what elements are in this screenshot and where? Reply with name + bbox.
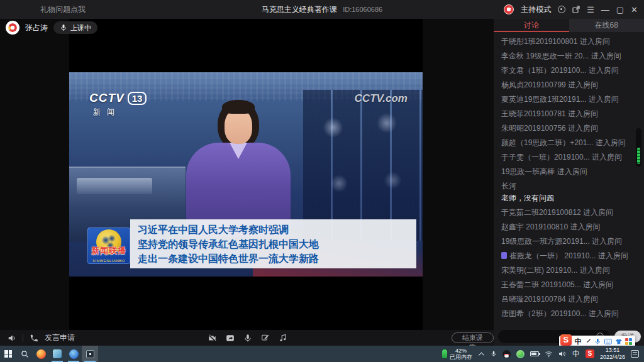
subtitle-line-1: 习近平在中国人民大学考察时强调 — [138, 223, 410, 236]
sogou-logo-icon[interactable]: S — [560, 334, 572, 346]
whiteboard-edit-icon[interactable] — [261, 334, 270, 343]
speaker-icon[interactable] — [8, 334, 16, 343]
camera-off-icon[interactable] — [208, 334, 217, 343]
wifi-icon[interactable] — [545, 351, 553, 358]
maximize-button[interactable]: ▢ — [616, 6, 624, 14]
cctv-com-watermark: CCTV.com — [355, 92, 408, 105]
taskbar-app-1[interactable] — [49, 346, 65, 362]
system-message: 19思政一班高棒 进入房间 — [501, 167, 636, 177]
tab-online-count[interactable]: 在线68 — [569, 19, 644, 32]
taskbar-app-2[interactable] — [65, 346, 82, 362]
tab-discussion[interactable]: 讨论 — [494, 19, 569, 32]
tray-speaker-icon[interactable] — [558, 350, 567, 358]
taskbar-clock[interactable]: 13:51 2022/4/26 — [600, 347, 625, 361]
channel-number: 13 — [128, 92, 147, 105]
system-message: 颜超（19思政二班）+201... 进入房间 — [501, 138, 636, 148]
course-title: 马克思主义经典著作课 — [262, 5, 337, 14]
ime-toolbox-icon[interactable] — [625, 338, 632, 345]
search-icon — [21, 350, 29, 358]
ime-lang-indicator[interactable]: 中 — [575, 337, 582, 346]
ime-pen-icon[interactable] — [585, 338, 592, 345]
system-message: 朱昭昭2019100756 进入房间 — [501, 124, 636, 133]
current-app-icon — [86, 350, 94, 358]
in-class-label: 上课中 — [70, 23, 91, 33]
xinwenlianbo-title: 新闻联播 — [87, 245, 130, 256]
minimize-button[interactable]: — — [601, 6, 609, 14]
ime-keyboard-icon[interactable] — [604, 338, 612, 345]
member-badge-icon — [501, 252, 507, 259]
system-message: 唐图希（2班）2019100... 进入房间 — [501, 309, 636, 319]
menu-icon[interactable]: ☰ — [587, 6, 594, 14]
taskbar-current-app[interactable] — [82, 346, 98, 362]
app-cube-icon — [53, 349, 62, 358]
system-message: 19级思政一班方源20191... 进入房间 — [501, 237, 636, 246]
firefox-icon — [36, 349, 46, 359]
chat-sidebar: 讨论 在线68 于晓彤1班2019100801 进入房间李金秋 19级思政一班 … — [494, 19, 644, 346]
news-anchor-hair — [222, 100, 255, 114]
music-icon[interactable] — [279, 334, 287, 343]
titlebar: 礼物问题点我 马克思主义经典著作课 ID:16060686 主持模式 ☰ — ▢… — [0, 0, 644, 19]
close-button[interactable]: ✕ — [631, 6, 638, 14]
speech-request-label[interactable]: 发言申请 — [45, 332, 75, 343]
360-safe-icon[interactable] — [516, 350, 525, 358]
system-message: 杨凤贞2019100799 进入房间 — [501, 80, 636, 90]
input-language-indicator[interactable]: 中 — [572, 349, 580, 359]
cctv13-channel-logo: CCTV 13 新闻 — [89, 91, 147, 118]
xinwenlianbo-pinyin: XINWENLIANBO — [87, 259, 130, 263]
ime-skin-icon[interactable] — [615, 338, 623, 345]
classroom-control-bar: 发言申请 结束课堂 — [0, 330, 494, 346]
tray-expand-icon[interactable] — [478, 351, 485, 356]
popout-icon[interactable] — [572, 6, 580, 13]
qq-icon[interactable] — [502, 350, 511, 358]
chat-message-list[interactable]: 于晓彤1班2019100801 进入房间李金秋 19级思政一班 20... 进入… — [494, 32, 644, 329]
windows-taskbar: 42% 已用内存 中 S 13:51 2022/4/26 — [0, 346, 644, 362]
subtitle-line-3: 走出一条建设中国特色世界一流大学新路 — [138, 252, 410, 265]
record-icon[interactable] — [558, 6, 565, 13]
news-anchor-face — [225, 109, 252, 144]
news-video-frame: CCTV 13 新闻 CCTV.com 习近平在中国人民大学考察时强调 坚持党的… — [69, 72, 423, 277]
memory-label: 已用内存 — [450, 354, 472, 360]
system-message: 宋美明(二班) 201910... 进入房间 — [501, 266, 636, 275]
start-button[interactable] — [0, 346, 16, 362]
teacher-avatar[interactable] — [6, 21, 19, 35]
system-message: 于晓彤1班2019100801 进入房间 — [501, 37, 636, 47]
microphone-icon[interactable] — [243, 334, 252, 343]
action-center-icon[interactable] — [631, 350, 639, 358]
search-button[interactable] — [16, 346, 33, 362]
microphone-icon — [60, 24, 67, 31]
in-class-status-badge: 上课中 — [53, 21, 97, 34]
system-message: 于竞茹二班2019100812 进入房间 — [501, 208, 636, 217]
clock-time: 13:51 — [606, 347, 620, 354]
battery-icon[interactable] — [530, 351, 539, 356]
system-message: 王晓菲2019100781 进入房间 — [501, 109, 636, 119]
system-message: 李文君（1班）2019100... 进入房间 — [501, 66, 636, 75]
memory-monitor[interactable]: 42% 已用内存 — [442, 348, 472, 360]
host-mode-label[interactable]: 主持模式 — [521, 4, 551, 15]
studio-screens — [303, 90, 423, 241]
app-globe-icon — [69, 349, 79, 359]
teacher-name: 张占涛 — [25, 23, 48, 33]
system-message: 王春蕾二班 20191005... 进入房间 — [501, 280, 636, 290]
subtitle-line-2: 坚持党的领导传承红色基因扎根中国大地 — [138, 238, 410, 251]
ime-voice-icon[interactable] — [594, 338, 601, 345]
tray-microphone-icon[interactable] — [491, 350, 497, 358]
memory-percent: 42% — [455, 348, 467, 354]
sogou-tray-icon[interactable]: S — [586, 349, 594, 358]
memory-battery-icon — [442, 350, 447, 358]
classroom-app-window: 礼物问题点我 马克思主义经典著作课 ID:16060686 主持模式 ☰ — ▢… — [0, 0, 644, 362]
chat-message: 长河老师，没有问题 — [501, 182, 636, 203]
news-subtitle-banner: 习近平在中国人民大学考察时强调 坚持党的领导传承红色基因扎根中国大地 走出一条建… — [130, 219, 416, 268]
mic-level-meter — [636, 128, 641, 167]
system-message: 于子雯（一班）2019100... 进入房间 — [501, 153, 636, 162]
app-logo-icon — [504, 4, 514, 14]
room-id: ID:16060686 — [343, 6, 382, 13]
end-class-button[interactable]: 结束课堂 — [452, 332, 494, 343]
divider — [23, 334, 23, 342]
screen-share-icon[interactable] — [226, 334, 235, 343]
taskbar-firefox[interactable] — [33, 346, 49, 362]
system-message: 吕晓璇2019100784 进入房间 — [501, 295, 636, 304]
xinwenlianbo-logo: 新闻联播 XINWENLIANBO — [87, 228, 130, 264]
system-message: 李金秋 19级思政一班 20... 进入房间 — [501, 52, 636, 61]
video-player[interactable]: CCTV 13 新闻 CCTV.com 习近平在中国人民大学考察时强调 坚持党的… — [69, 19, 423, 330]
speech-request-phone-icon[interactable] — [30, 334, 38, 343]
